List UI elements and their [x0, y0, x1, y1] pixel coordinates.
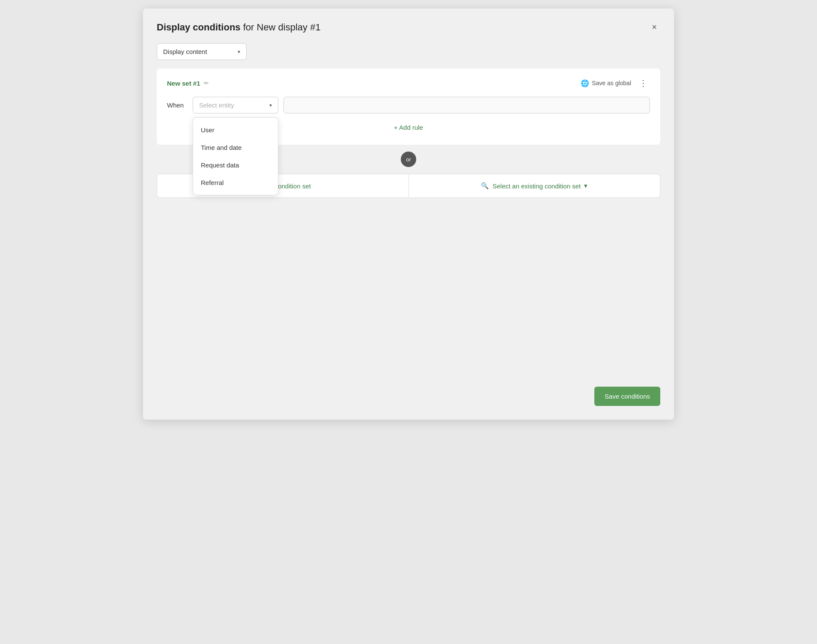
chevron-down-icon: ▾: [584, 182, 587, 190]
display-content-dropdown[interactable]: Display content ▾: [157, 43, 247, 60]
globe-icon: 🌐: [581, 79, 589, 87]
select-existing-label: Select an existing condition set: [492, 182, 581, 190]
chevron-down-icon: ▾: [269, 102, 272, 108]
dropdown-item-time-date[interactable]: Time and date: [193, 139, 278, 156]
modal-header: Display conditions for New display #1 ×: [157, 21, 660, 34]
add-rule-button[interactable]: + Add rule: [394, 124, 423, 131]
when-row: When Select entity ▾ User Time and date …: [167, 97, 650, 113]
entity-dropdown-menu: User Time and date Request data Referral: [193, 117, 278, 195]
modal: Display conditions for New display #1 × …: [143, 9, 674, 420]
edit-icon[interactable]: ✏: [204, 80, 209, 86]
select-existing-button[interactable]: 🔍 Select an existing condition set ▾: [409, 174, 661, 198]
modal-title: Display conditions for New display #1: [157, 22, 321, 33]
set-actions: 🌐 Save as global ⋮: [581, 77, 650, 89]
search-icon: 🔍: [481, 182, 489, 190]
dropdown-item-referral[interactable]: Referral: [193, 174, 278, 191]
set-title-text: New set #1: [167, 80, 200, 87]
more-options-button[interactable]: ⋮: [636, 77, 650, 89]
entity-placeholder: Select entity: [199, 101, 234, 109]
when-label: When: [167, 101, 188, 109]
set-header: New set #1 ✏ 🌐 Save as global ⋮: [167, 77, 650, 89]
dropdown-item-user[interactable]: User: [193, 121, 278, 139]
or-badge: or: [401, 152, 416, 167]
chevron-down-icon: ▾: [238, 49, 240, 55]
save-conditions-button[interactable]: Save conditions: [594, 387, 660, 406]
display-content-label: Display content: [163, 48, 207, 55]
close-button[interactable]: ×: [648, 21, 660, 34]
entity-select-dropdown[interactable]: Select entity ▾: [193, 97, 278, 113]
condition-input[interactable]: [283, 97, 650, 113]
condition-set-box: New set #1 ✏ 🌐 Save as global ⋮ When Sel…: [157, 69, 660, 145]
save-global-label: Save as global: [592, 80, 631, 86]
save-global-button[interactable]: 🌐 Save as global: [581, 79, 631, 87]
dropdown-item-request-data[interactable]: Request data: [193, 156, 278, 174]
set-title: New set #1 ✏: [167, 80, 209, 87]
